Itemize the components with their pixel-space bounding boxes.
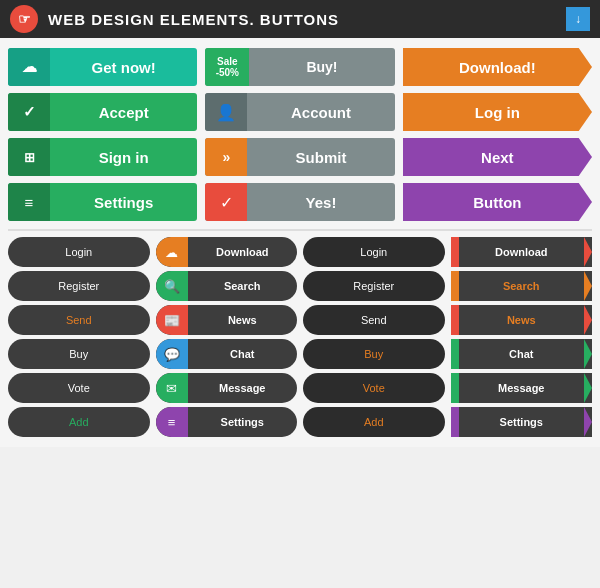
download-tab-label: Download bbox=[459, 246, 585, 258]
accept-label: Accept bbox=[50, 104, 197, 121]
settings-tab-label: Settings bbox=[459, 416, 585, 428]
settings-icon-button[interactable]: ≡ Settings bbox=[156, 407, 298, 437]
download-tab-indicator bbox=[451, 237, 459, 267]
download-icon-label: Download bbox=[188, 246, 298, 258]
download-arrow-button[interactable]: Download! bbox=[403, 48, 592, 86]
register-dark-button[interactable]: Register bbox=[303, 271, 445, 301]
get-now-button[interactable]: ☁ Get now! bbox=[8, 48, 197, 86]
buy-sale-button[interactable]: Sale -50% Buy! bbox=[205, 48, 394, 86]
message-tab-button[interactable]: Message bbox=[451, 373, 593, 403]
login-arrow-button[interactable]: Log in bbox=[403, 93, 592, 131]
bottom-col-1: Login Register Send Buy Vote Add bbox=[8, 237, 150, 437]
middle-col: Sale -50% Buy! 👤 Account » Submit ✓ Yes! bbox=[205, 48, 394, 221]
signin-icon: ⊞ bbox=[8, 138, 50, 176]
account-label: Account bbox=[247, 104, 394, 121]
message-tab-indicator bbox=[451, 373, 459, 403]
bottom-col-4: Download Search News Chat Message bbox=[451, 237, 593, 437]
news-icon-button[interactable]: 📰 News bbox=[156, 305, 298, 335]
settings-tab-button[interactable]: Settings bbox=[451, 407, 593, 437]
download-tab-arrow bbox=[584, 237, 592, 267]
news-tab-button[interactable]: News bbox=[451, 305, 593, 335]
login-dark-button[interactable]: Login bbox=[303, 237, 445, 267]
download-cloud-icon: ☁ bbox=[156, 237, 188, 267]
news-icon: 📰 bbox=[156, 305, 188, 335]
right-col: Download! Log in Next Button bbox=[403, 48, 592, 221]
section-divider bbox=[8, 229, 592, 231]
buy-simple-button[interactable]: Buy bbox=[8, 339, 150, 369]
sign-in-button[interactable]: ⊞ Sign in bbox=[8, 138, 197, 176]
button-section-bottom: Login Register Send Buy Vote Add ☁ Downl… bbox=[8, 237, 592, 437]
settings-icon-label: Settings bbox=[188, 416, 298, 428]
settings-icon: ≡ bbox=[156, 407, 188, 437]
account-button[interactable]: 👤 Account bbox=[205, 93, 394, 131]
settings-flat-button[interactable]: ≡ Settings bbox=[8, 183, 197, 221]
button-arrow-label: Button bbox=[473, 194, 521, 211]
submit-label: Submit bbox=[247, 149, 394, 166]
settings-flat-label: Settings bbox=[50, 194, 197, 211]
chat-icon-button[interactable]: 💬 Chat bbox=[156, 339, 298, 369]
vote-simple-button[interactable]: Vote bbox=[8, 373, 150, 403]
send-simple-button[interactable]: Send bbox=[8, 305, 150, 335]
chevrons-icon: » bbox=[205, 138, 247, 176]
news-tab-arrow bbox=[584, 305, 592, 335]
news-icon-label: News bbox=[188, 314, 298, 326]
cloud-icon: ☁ bbox=[8, 48, 50, 86]
vote-dark-button[interactable]: Vote bbox=[303, 373, 445, 403]
message-tab-label: Message bbox=[459, 382, 585, 394]
check-icon: ✓ bbox=[8, 93, 50, 131]
submit-button[interactable]: » Submit bbox=[205, 138, 394, 176]
bottom-col-2: ☁ Download 🔍 Search 📰 News 💬 Chat ✉ Mess… bbox=[156, 237, 298, 437]
button-section-top: ☁ Get now! ✓ Accept ⊞ Sign in ≡ Settings bbox=[8, 48, 592, 221]
settings-tab-indicator bbox=[451, 407, 459, 437]
yes-button[interactable]: ✓ Yes! bbox=[205, 183, 394, 221]
yes-label: Yes! bbox=[247, 194, 394, 211]
chat-tab-label: Chat bbox=[459, 348, 585, 360]
header: ☞ WEB DESIGN ELEMENTS. BUTTONS ↓ bbox=[0, 0, 600, 38]
menu-icon: ≡ bbox=[8, 183, 50, 221]
next-arrow-label: Next bbox=[481, 149, 514, 166]
search-icon: 🔍 bbox=[156, 271, 188, 301]
add-dark-button[interactable]: Add bbox=[303, 407, 445, 437]
next-arrow-button[interactable]: Next bbox=[403, 138, 592, 176]
search-tab-label: Search bbox=[459, 280, 585, 292]
send-dark-button[interactable]: Send bbox=[303, 305, 445, 335]
header-icon: ☞ bbox=[10, 5, 38, 33]
news-tab-label: News bbox=[459, 314, 585, 326]
register-simple-button[interactable]: Register bbox=[8, 271, 150, 301]
left-col: ☁ Get now! ✓ Accept ⊞ Sign in ≡ Settings bbox=[8, 48, 197, 221]
login-arrow-label: Log in bbox=[475, 104, 520, 121]
buy-label: Buy! bbox=[249, 59, 394, 75]
download-arrow-label: Download! bbox=[459, 59, 536, 76]
header-title: WEB DESIGN ELEMENTS. BUTTONS bbox=[48, 11, 566, 28]
download-tab-button[interactable]: Download bbox=[451, 237, 593, 267]
message-icon-label: Message bbox=[188, 382, 298, 394]
add-simple-button[interactable]: Add bbox=[8, 407, 150, 437]
search-icon-button[interactable]: 🔍 Search bbox=[156, 271, 298, 301]
chat-tab-arrow bbox=[584, 339, 592, 369]
search-tab-arrow bbox=[584, 271, 592, 301]
settings-tab-arrow bbox=[584, 407, 592, 437]
accept-button[interactable]: ✓ Accept bbox=[8, 93, 197, 131]
message-icon-button[interactable]: ✉ Message bbox=[156, 373, 298, 403]
yes-check-icon: ✓ bbox=[205, 183, 247, 221]
chat-icon-label: Chat bbox=[188, 348, 298, 360]
button-arrow-button[interactable]: Button bbox=[403, 183, 592, 221]
get-now-label: Get now! bbox=[50, 59, 197, 76]
header-download-btn[interactable]: ↓ bbox=[566, 7, 590, 31]
sign-in-label: Sign in bbox=[50, 149, 197, 166]
message-icon: ✉ bbox=[156, 373, 188, 403]
search-icon-label: Search bbox=[188, 280, 298, 292]
news-tab-indicator bbox=[451, 305, 459, 335]
chat-tab-indicator bbox=[451, 339, 459, 369]
message-tab-arrow bbox=[584, 373, 592, 403]
login-simple-button[interactable]: Login bbox=[8, 237, 150, 267]
chat-tab-button[interactable]: Chat bbox=[451, 339, 593, 369]
download-icon-button[interactable]: ☁ Download bbox=[156, 237, 298, 267]
search-tab-indicator bbox=[451, 271, 459, 301]
main-content: ☁ Get now! ✓ Accept ⊞ Sign in ≡ Settings bbox=[0, 38, 600, 447]
buy-dark-button[interactable]: Buy bbox=[303, 339, 445, 369]
chat-icon: 💬 bbox=[156, 339, 188, 369]
user-icon: 👤 bbox=[205, 93, 247, 131]
bottom-col-3: Login Register Send Buy Vote Add bbox=[303, 237, 445, 437]
search-tab-button[interactable]: Search bbox=[451, 271, 593, 301]
